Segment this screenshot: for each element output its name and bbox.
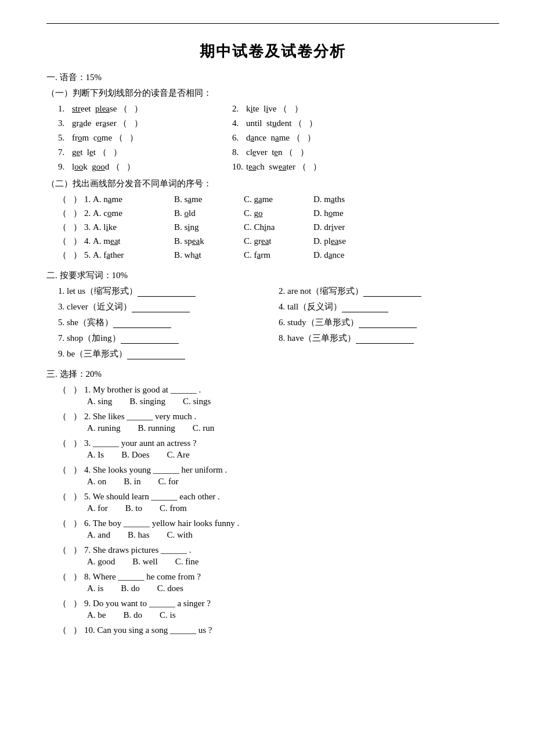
vocab-row-3: 5. she（宾格） 6. study（三单形式）: [58, 317, 499, 328]
choice-q10-line: （ ） 10. Can you sing a song ______ us ?: [58, 625, 499, 636]
vocab-item-8: 8. have（三单形式）: [279, 333, 499, 344]
choice-q1-opts: A. sing B. singing C. sings: [87, 397, 499, 406]
sub2-label: （二）找出画线部分发音不同单词的序号：: [46, 178, 499, 189]
choice-q10: （ ） 10. Can you sing a song ______ us ?: [58, 625, 499, 636]
vocab-item-3: 3. clever（近义词）: [58, 301, 279, 312]
choice-q7-opts: A. good B. well C. fine: [87, 557, 499, 567]
phonetics-item-4: 4. until student （ ）: [232, 118, 406, 129]
phonetics-item-10: 10. teach sweater （ ）: [232, 161, 406, 172]
vocab-item-5: 5. she（宾格）: [58, 317, 279, 328]
section2-label: 二. 按要求写词：10%: [46, 270, 499, 281]
pron-row-2: （ ） 2. A. come B. old C. go D. home: [58, 208, 499, 219]
phonetics-row-1: 1. street please （ ） 2. kite live （ ）: [58, 103, 499, 114]
vocab-list: 1. let us（缩写形式） 2. are not（缩写形式） 3. clev…: [58, 286, 499, 359]
phonetics-item-6: 6. dance name （ ）: [232, 132, 406, 143]
section2-vocab: 二. 按要求写词：10% 1. let us（缩写形式） 2. are not（…: [46, 270, 499, 359]
phonetics-row-2: 3. grade eraser （ ） 4. until student （ ）: [58, 118, 499, 129]
vocab-item-2: 2. are not（缩写形式）: [279, 286, 499, 297]
phonetics-item-8: 8. clever ten （ ）: [232, 147, 406, 158]
phonetics-row-5: 9. look good （ ） 10. teach sweater （ ）: [58, 161, 499, 172]
section1-label: 一. 语音：15%: [46, 72, 499, 83]
vocab-row-4: 7. shop（加ing） 8. have（三单形式）: [58, 333, 499, 344]
phonetics-row-3: 5. from come （ ） 6. dance name （ ）: [58, 132, 499, 143]
section2-pronunciation: （ ） 1. A. name B. same C. game D. maths …: [58, 194, 499, 261]
pron-row-5: （ ） 5. A. father B. what C. farm D. danc…: [58, 250, 499, 261]
choice-q6: （ ） 6. The boy ______ yellow hair looks …: [58, 518, 499, 540]
vocab-item-9: 9. be（三单形式）: [58, 348, 279, 359]
phonetics-item-7: 7. get let （ ）: [58, 147, 232, 158]
top-divider: [46, 23, 499, 24]
phonetics-grid: 1. street please （ ） 2. kite live （ ） 3.…: [58, 103, 499, 172]
choice-q2-line: （ ） 2. She likes ______ very much .: [58, 411, 499, 422]
phonetics-item-2: 2. kite live （ ）: [232, 103, 406, 114]
vocab-item-1: 1. let us（缩写形式）: [58, 286, 279, 297]
pron-row-4: （ ） 4. A. meat B. speak C. great D. plea…: [58, 236, 499, 247]
choice-q3-line: （ ） 3. ______ your aunt an actress ?: [58, 438, 499, 449]
choice-q9-opts: A. be B. do C. is: [87, 610, 499, 620]
choice-q8-line: （ ） 8. Where ______ he come from ?: [58, 571, 499, 582]
choice-q8: （ ） 8. Where ______ he come from ? A. is…: [58, 571, 499, 593]
phonetics-item-1: 1. street please （ ）: [58, 103, 232, 114]
vocab-row-1: 1. let us（缩写形式） 2. are not（缩写形式）: [58, 286, 499, 297]
choice-q7: （ ） 7. She draws pictures ______ . A. go…: [58, 545, 499, 567]
phonetics-item-9: 9. look good （ ）: [58, 161, 232, 172]
choice-q1: （ ） 1. My brother is good at ______ . A.…: [58, 384, 499, 406]
choice-q4-opts: A. on B. in C. for: [87, 477, 499, 487]
choice-q5-line: （ ） 5. We should learn ______ each other…: [58, 491, 499, 502]
choice-list: （ ） 1. My brother is good at ______ . A.…: [58, 384, 499, 636]
phonetics-item-5: 5. from come （ ）: [58, 132, 232, 143]
vocab-item-6: 6. study（三单形式）: [279, 317, 499, 328]
choice-q5: （ ） 5. We should learn ______ each other…: [58, 491, 499, 513]
vocab-item-10: [279, 348, 499, 359]
phonetics-row-4: 7. get let （ ） 8. clever ten （ ）: [58, 147, 499, 158]
choice-q6-opts: A. and B. has C. with: [87, 530, 499, 540]
choice-q2-opts: A. runing B. running C. run: [87, 423, 499, 433]
section3-choice: 三. 选择：20% （ ） 1. My brother is good at _…: [46, 369, 499, 636]
choice-q5-opts: A. for B. to C. from: [87, 503, 499, 513]
section3-label: 三. 选择：20%: [46, 369, 499, 380]
page-title: 期中试卷及试卷分析: [46, 41, 499, 62]
choice-q3-opts: A. Is B. Does C. Are: [87, 450, 499, 460]
sub1-label: （一）判断下列划线部分的读音是否相同：: [46, 88, 499, 99]
pron-row-1: （ ） 1. A. name B. same C. game D. maths: [58, 194, 499, 205]
choice-q9-line: （ ） 9. Do you want to ______ a singer ?: [58, 598, 499, 609]
section1: 一. 语音：15% （一）判断下列划线部分的读音是否相同： 1. street …: [46, 72, 499, 261]
choice-q3: （ ） 3. ______ your aunt an actress ? A. …: [58, 438, 499, 460]
phonetics-item-3: 3. grade eraser （ ）: [58, 118, 232, 129]
vocab-item-7: 7. shop（加ing）: [58, 333, 279, 344]
choice-q4-line: （ ） 4. She looks young ______ her unifor…: [58, 465, 499, 476]
vocab-row-2: 3. clever（近义词） 4. tall（反义词）: [58, 301, 499, 312]
choice-q6-line: （ ） 6. The boy ______ yellow hair looks …: [58, 518, 499, 529]
vocab-item-4: 4. tall（反义词）: [279, 301, 499, 312]
vocab-row-5: 9. be（三单形式）: [58, 348, 499, 359]
choice-q7-line: （ ） 7. She draws pictures ______ .: [58, 545, 499, 556]
choice-q1-line: （ ） 1. My brother is good at ______ .: [58, 384, 499, 395]
choice-q8-opts: A. is B. do C. does: [87, 584, 499, 593]
choice-q4: （ ） 4. She looks young ______ her unifor…: [58, 465, 499, 487]
choice-q9: （ ） 9. Do you want to ______ a singer ? …: [58, 598, 499, 620]
choice-q2: （ ） 2. She likes ______ very much . A. r…: [58, 411, 499, 433]
pron-row-3: （ ） 3. A. like B. sing C. China D. drive…: [58, 222, 499, 233]
